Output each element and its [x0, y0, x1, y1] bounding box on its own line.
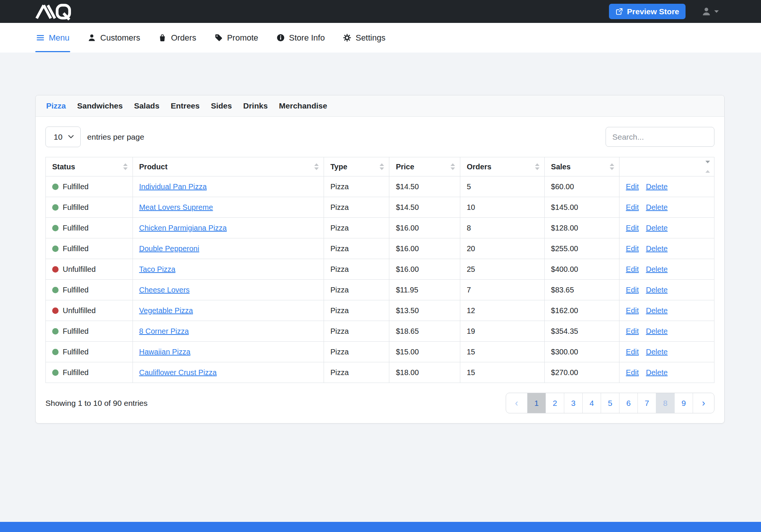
product-link[interactable]: Taco Pizza [139, 265, 176, 273]
column-header-orders[interactable]: Orders [460, 157, 544, 176]
actions-cell: EditDelete [619, 218, 714, 238]
page-button-2[interactable]: 2 [546, 393, 564, 413]
product-link[interactable]: Vegetable Pizza [139, 306, 193, 315]
product-link[interactable]: Chicken Parmigiana Pizza [139, 224, 227, 232]
column-header-product[interactable]: Product [133, 157, 324, 176]
tab-drinks[interactable]: Drinks [243, 101, 268, 110]
page-button-7[interactable]: 7 [637, 393, 656, 413]
status-dot-fulfilled [52, 287, 59, 293]
product-link[interactable]: Cauliflower Crust Pizza [139, 368, 217, 377]
orders-cell: 5 [460, 176, 544, 197]
product-link[interactable]: Cheese Lovers [139, 286, 190, 294]
actions-cell: EditDelete [619, 238, 714, 259]
page-button-6[interactable]: 6 [619, 393, 637, 413]
nav-item-store-info[interactable]: Store Info [276, 33, 325, 43]
nav-item-orders[interactable]: Orders [158, 33, 196, 43]
column-header-price[interactable]: Price [389, 157, 460, 176]
table-row: FulfilledIndividual Pan PizzaPizza$14.50… [46, 176, 714, 197]
tab-entrees[interactable]: Entrees [171, 101, 200, 110]
type-cell: Pizza [324, 362, 389, 383]
edit-link[interactable]: Edit [626, 182, 639, 191]
gear-icon [343, 33, 351, 42]
sales-cell: $270.00 [544, 362, 619, 383]
page-button-1[interactable]: 1 [527, 393, 546, 413]
page-button-9[interactable]: 9 [674, 393, 693, 413]
delete-link[interactable]: Delete [646, 182, 668, 191]
tab-pizza[interactable]: Pizza [46, 101, 66, 110]
edit-link[interactable]: Edit [626, 306, 639, 315]
edit-link[interactable]: Edit [626, 286, 639, 294]
nav-item-promote[interactable]: Promote [214, 33, 258, 43]
entries-per-page-select[interactable]: 10 [45, 127, 81, 147]
sales-cell: $255.00 [544, 238, 619, 259]
orders-cell: 20 [460, 238, 544, 259]
sales-cell: $128.00 [544, 218, 619, 238]
edit-link[interactable]: Edit [626, 203, 639, 211]
app-root: Preview Store MenuCustomersOrdersPromote… [0, 0, 761, 532]
table-row: FulfilledCauliflower Crust PizzaPizza$18… [46, 362, 714, 383]
nav-item-menu[interactable]: Menu [36, 33, 69, 43]
table-row: UnfulfilledVegetable PizzaPizza$13.5012$… [46, 300, 714, 321]
column-header-status[interactable]: Status [46, 157, 133, 176]
product-link[interactable]: Meat Lovers Supreme [139, 203, 213, 211]
tab-sides[interactable]: Sides [211, 101, 232, 110]
delete-link[interactable]: Delete [646, 327, 668, 335]
pagination-next[interactable]: › [693, 393, 714, 413]
status-badge: Fulfilled [52, 368, 126, 377]
column-label: Orders [467, 163, 491, 171]
delete-link[interactable]: Delete [646, 224, 668, 232]
price-cell: $14.50 [389, 176, 460, 197]
delete-link[interactable]: Delete [646, 368, 668, 377]
page-button-4[interactable]: 4 [582, 393, 601, 413]
edit-link[interactable]: Edit [626, 224, 639, 232]
user-avatar-icon [701, 6, 711, 17]
hamburger-icon [36, 33, 45, 42]
edit-link[interactable]: Edit [626, 327, 639, 335]
tab-sandwiches[interactable]: Sandwiches [77, 101, 123, 110]
delete-link[interactable]: Delete [646, 203, 668, 211]
edit-link[interactable]: Edit [626, 244, 639, 253]
delete-link[interactable]: Delete [646, 306, 668, 315]
delete-link[interactable]: Delete [646, 286, 668, 294]
info-icon [276, 33, 285, 42]
tab-merchandise[interactable]: Merchandise [279, 101, 327, 110]
column-header-actions[interactable] [619, 157, 714, 176]
external-link-icon [615, 8, 623, 15]
column-header-type[interactable]: Type [324, 157, 389, 176]
product-link[interactable]: Hawaiian Pizza [139, 348, 191, 356]
pagination-prev[interactable]: ‹ [506, 393, 527, 413]
page-button-8[interactable]: 8 [656, 393, 674, 413]
menu-card: PizzaSandwichesSaladsEntreesSidesDrinksM… [35, 95, 725, 423]
price-cell: $16.00 [389, 238, 460, 259]
status-badge: Fulfilled [52, 327, 126, 336]
delete-link[interactable]: Delete [646, 265, 668, 273]
account-menu[interactable] [701, 6, 719, 17]
sort-icon [380, 163, 384, 170]
sales-cell: $300.00 [544, 342, 619, 362]
column-label: Status [52, 163, 75, 171]
type-cell: Pizza [324, 176, 389, 197]
product-link[interactable]: 8 Corner Pizza [139, 327, 189, 335]
tab-salads[interactable]: Salads [134, 101, 160, 110]
page-button-3[interactable]: 3 [564, 393, 582, 413]
tag-icon [214, 33, 223, 42]
column-header-sales[interactable]: Sales [544, 157, 619, 176]
actions-cell: EditDelete [619, 259, 714, 280]
actions-cell: EditDelete [619, 362, 714, 383]
product-link[interactable]: Double Pepperoni [139, 244, 199, 253]
nav-item-customers[interactable]: Customers [87, 33, 140, 43]
bottom-accent-bar [0, 522, 761, 532]
entries-per-page-label: entries per page [87, 133, 144, 142]
nav-item-settings[interactable]: Settings [343, 33, 386, 43]
search-input[interactable] [606, 127, 714, 147]
edit-link[interactable]: Edit [626, 368, 639, 377]
delete-link[interactable]: Delete [646, 348, 668, 356]
product-link[interactable]: Individual Pan Pizza [139, 182, 207, 191]
preview-store-button[interactable]: Preview Store [609, 4, 686, 19]
delete-link[interactable]: Delete [646, 244, 668, 253]
page-button-5[interactable]: 5 [601, 393, 619, 413]
edit-link[interactable]: Edit [626, 265, 639, 273]
edit-link[interactable]: Edit [626, 348, 639, 356]
orders-cell: 15 [460, 342, 544, 362]
person-icon [87, 33, 96, 42]
